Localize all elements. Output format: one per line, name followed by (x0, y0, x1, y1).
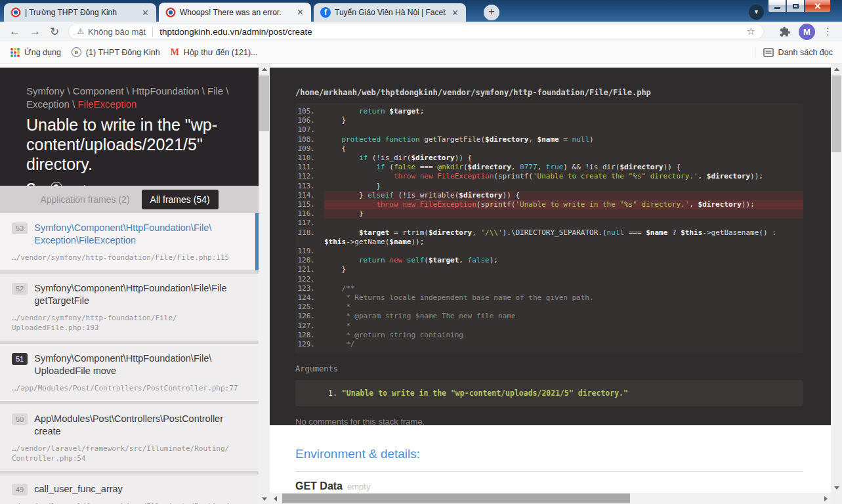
profile-avatar[interactable]: M (799, 24, 815, 40)
google-search-icon[interactable]: G (26, 180, 36, 186)
line-number: 105. (295, 107, 324, 116)
scroll-left-arrow[interactable] (270, 493, 280, 504)
frame-path: …/vendor/symfony/http-foundation/File/Fi… (12, 253, 245, 262)
code-line: 126. * @param string $name The new file … (295, 312, 803, 321)
stack-frame[interactable]: 50App\Modules\Post\Controllers\PostContr… (0, 404, 259, 471)
get-data-label: GET Data (295, 480, 343, 492)
forward-icon[interactable]: → (30, 25, 41, 38)
stackoverflow-icon[interactable] (77, 182, 87, 186)
frame-number-badge: 51 (12, 353, 28, 365)
tab-search-button[interactable]: ▼ (749, 5, 764, 20)
line-number: 114. (295, 191, 324, 200)
scroll-down-arrow[interactable] (259, 494, 270, 504)
line-number: 118. (295, 228, 324, 247)
scrollbar-thumb[interactable] (259, 75, 269, 131)
window-minimize-button[interactable] (768, 0, 786, 12)
arguments-label: Arguments (295, 364, 803, 373)
bookmarks-divider (755, 47, 755, 58)
not-secure-label[interactable]: Không bảo mật (88, 27, 146, 37)
line-number: 112. (295, 172, 324, 181)
divider (295, 471, 803, 472)
scrollbar-thumb[interactable] (282, 494, 630, 503)
frame-number-badge: 52 (12, 283, 28, 295)
tab-close-icon[interactable]: ✕ (295, 7, 306, 17)
new-tab-button[interactable]: + (484, 5, 499, 20)
line-number: 111. (295, 163, 324, 172)
code-line: 111. if (false === @mkdir($directory, 07… (295, 163, 803, 172)
code-line: 117. (295, 219, 803, 228)
frames-scrollbar[interactable] (259, 64, 270, 504)
bookmark-thpt[interactable]: » (1) THPT Đông Kinh (72, 47, 160, 57)
bookmark-label: Hộp thư đến (121)... (184, 48, 258, 57)
browser-tab-1[interactable]: | Trường THPT Đông Kinh ✕ (4, 3, 156, 22)
scroll-up-arrow[interactable] (831, 64, 842, 74)
tab-title: Tuyển Giáo Viên Hà Nội | Facebo (335, 8, 446, 17)
environment-details-section: Environment & details: GET Data empty (270, 425, 831, 493)
no-comments-text: No comments for this stack frame. (295, 417, 803, 425)
line-number: 128. (295, 331, 324, 340)
tab-title: Whoops! There was an error. (180, 8, 291, 17)
code-line: 124. * Returns locale independent base n… (295, 293, 803, 303)
code-line: 122. (295, 275, 803, 284)
scroll-down-arrow[interactable] (831, 482, 842, 493)
url-address[interactable]: thptdongkinh.edu.vn/admin/post/create (159, 27, 746, 37)
frame-title: Symfony\Component\HttpFoundation\File\Fi… (34, 282, 248, 307)
horizontal-scrollbar[interactable] (270, 493, 831, 504)
extensions-puzzle-icon[interactable] (780, 26, 791, 37)
line-number: 108. (295, 135, 324, 144)
scroll-up-arrow[interactable] (259, 64, 270, 74)
duckduckgo-icon[interactable] (51, 182, 62, 186)
exception-panel: Symfony \ Component \ HttpFoundation \ F… (0, 68, 259, 504)
window-close-button[interactable]: ✕ (805, 0, 831, 12)
browser-tab-3[interactable]: f Tuyển Giáo Viên Hà Nội | Facebo ✕ (314, 3, 466, 22)
frame-number-badge: 53 (12, 222, 28, 234)
code-line: 119. (295, 247, 803, 256)
reading-list-label: Danh sách đọc (778, 48, 833, 57)
scroll-right-arrow[interactable] (820, 493, 831, 504)
frame-path: …/app/Modules/Post/Controllers/PostContr… (12, 383, 248, 393)
frame-path: …/vendor/symfony/http-foundation/File/Up… (12, 313, 248, 333)
tab-strip: | Trường THPT Đông Kinh ✕ Whoops! There … (0, 0, 842, 22)
tab-all-frames[interactable]: All frames (54) (142, 190, 219, 209)
frame-detail-region: /home/mrkhanh/web/thptdongkinh/vendor/sy… (270, 64, 831, 504)
url-divider (152, 27, 153, 37)
school-logo-favicon (165, 7, 176, 18)
back-icon[interactable]: ← (9, 25, 20, 38)
line-number: 110. (295, 154, 324, 163)
bookmark-star-icon[interactable]: ☆ (747, 26, 755, 37)
code-line: 118. $target = rtrim($directory, '/\\').… (295, 228, 803, 247)
frame-path: …/vendor/laravel/framework/src/Illuminat… (12, 501, 248, 504)
frame-title: App\Modules\Post\Controllers\PostControl… (34, 413, 248, 438)
code-line: 105. return $target; (295, 107, 803, 116)
tab-close-icon[interactable]: ✕ (140, 8, 151, 18)
bookmark-inbox[interactable]: M Hộp thư đến (121)... (171, 47, 258, 58)
stack-frame[interactable]: 53Symfony\Component\HttpFoundation\File\… (0, 213, 259, 270)
reload-icon[interactable]: ↻ (50, 25, 59, 39)
line-number: 124. (295, 293, 324, 303)
exception-header: Symfony \ Component \ HttpFoundation \ F… (0, 68, 259, 186)
line-number: 106. (295, 116, 324, 125)
window-maximize-button[interactable] (786, 0, 805, 12)
code-line: 123. /** (295, 284, 803, 293)
stack-frame[interactable]: 49call_user_func_array…/vendor/laravel/f… (0, 474, 259, 504)
tab-application-frames[interactable]: Application frames (2) (40, 194, 129, 205)
code-line: 108. protected function getTargetFile($d… (295, 135, 803, 144)
bookmark-label: Ứng dụng (24, 48, 61, 57)
browser-tab-2-active[interactable]: Whoops! There was an error. ✕ (159, 3, 311, 22)
bookmark-apps[interactable]: Ứng dụng (11, 48, 61, 57)
code-line: 121. } (295, 265, 803, 274)
reading-list[interactable]: Danh sách đọc (755, 47, 833, 58)
tab-close-icon[interactable]: ✕ (450, 8, 461, 18)
code-block: 105. return $target;106. }107. 108. prot… (295, 103, 803, 353)
code-line: 112. throw new FileException(sprintf('Un… (295, 172, 803, 181)
url-bar[interactable]: ⚠ Không bảo mật thptdongkinh.edu.vn/admi… (68, 24, 764, 39)
line-number: 127. (295, 322, 324, 331)
line-number: 125. (295, 303, 324, 312)
stack-frame[interactable]: 52Symfony\Component\HttpFoundation\File\… (0, 274, 259, 341)
page-scrollbar[interactable] (831, 64, 842, 504)
stack-frame[interactable]: 51Symfony\Component\HttpFoundation\File\… (0, 344, 259, 401)
browser-toolbar: ← → ↻ ⚠ Không bảo mật thptdongkinh.edu.v… (0, 22, 842, 41)
menu-dots-icon[interactable]: ⋮ (823, 26, 833, 37)
scrollbar-thumb[interactable] (831, 75, 841, 152)
not-secure-warning-icon: ⚠ (77, 27, 84, 36)
